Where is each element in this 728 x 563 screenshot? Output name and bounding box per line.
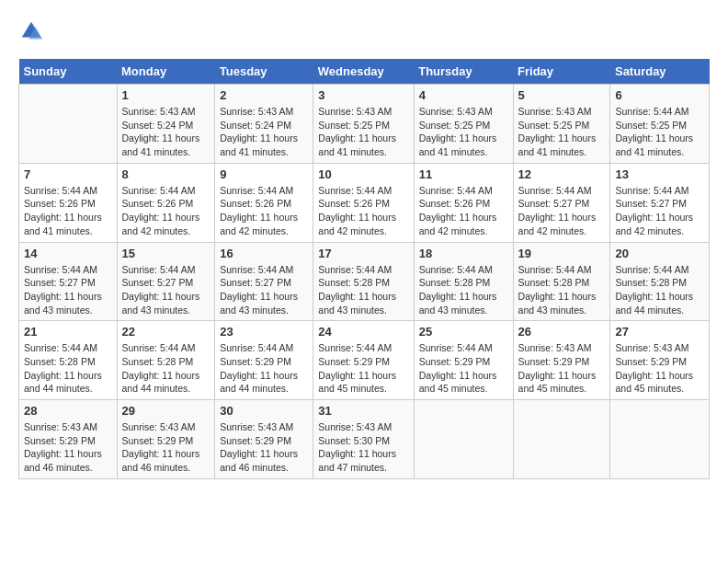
- calendar-cell: [610, 400, 710, 479]
- day-info: Sunrise: 5:44 AMSunset: 5:29 PMDaylight:…: [220, 341, 308, 396]
- calendar-cell: 29Sunrise: 5:43 AMSunset: 5:29 PMDayligh…: [117, 400, 215, 479]
- day-number: 16: [220, 247, 308, 260]
- day-info: Sunrise: 5:44 AMSunset: 5:28 PMDaylight:…: [615, 263, 704, 317]
- day-info: Sunrise: 5:43 AMSunset: 5:29 PMDaylight:…: [24, 420, 112, 475]
- day-info: Sunrise: 5:44 AMSunset: 5:26 PMDaylight:…: [122, 184, 210, 238]
- calendar-cell: [513, 400, 610, 479]
- day-info: Sunrise: 5:43 AMSunset: 5:29 PMDaylight:…: [615, 341, 704, 396]
- calendar-cell: 6Sunrise: 5:44 AMSunset: 5:25 PMDaylight…: [610, 85, 710, 164]
- calendar-cell: 12Sunrise: 5:44 AMSunset: 5:27 PMDayligh…: [513, 163, 610, 242]
- day-number: 13: [615, 167, 704, 181]
- calendar-cell: 28Sunrise: 5:43 AMSunset: 5:29 PMDayligh…: [19, 400, 118, 479]
- calendar-cell: 1Sunrise: 5:43 AMSunset: 5:24 PMDaylight…: [117, 85, 215, 164]
- day-number: 3: [318, 88, 408, 102]
- calendar-week-row: 7Sunrise: 5:44 AMSunset: 5:26 PMDaylight…: [19, 163, 710, 242]
- header-sunday: Sunday: [19, 59, 118, 85]
- calendar-cell: 31Sunrise: 5:43 AMSunset: 5:30 PMDayligh…: [313, 400, 414, 479]
- day-info: Sunrise: 5:44 AMSunset: 5:27 PMDaylight:…: [122, 263, 210, 317]
- day-number: 6: [615, 88, 704, 102]
- calendar-cell: 30Sunrise: 5:43 AMSunset: 5:29 PMDayligh…: [215, 400, 313, 479]
- day-number: 5: [518, 88, 606, 102]
- calendar-cell: 7Sunrise: 5:44 AMSunset: 5:26 PMDaylight…: [19, 163, 118, 242]
- day-number: 31: [318, 404, 408, 418]
- calendar-cell: 22Sunrise: 5:44 AMSunset: 5:28 PMDayligh…: [117, 321, 215, 400]
- calendar-cell: 10Sunrise: 5:44 AMSunset: 5:26 PMDayligh…: [313, 163, 414, 242]
- day-info: Sunrise: 5:44 AMSunset: 5:26 PMDaylight:…: [220, 184, 308, 238]
- header-monday: Monday: [117, 59, 215, 85]
- calendar-week-row: 28Sunrise: 5:43 AMSunset: 5:29 PMDayligh…: [19, 400, 710, 479]
- day-number: 30: [220, 404, 308, 418]
- day-info: Sunrise: 5:43 AMSunset: 5:29 PMDaylight:…: [518, 341, 606, 396]
- day-number: 19: [518, 247, 606, 260]
- calendar-week-row: 1Sunrise: 5:43 AMSunset: 5:24 PMDaylight…: [19, 85, 710, 164]
- calendar-cell: 20Sunrise: 5:44 AMSunset: 5:28 PMDayligh…: [610, 242, 710, 321]
- day-info: Sunrise: 5:44 AMSunset: 5:29 PMDaylight:…: [419, 341, 508, 396]
- calendar-cell: 11Sunrise: 5:44 AMSunset: 5:26 PMDayligh…: [414, 163, 513, 242]
- day-info: Sunrise: 5:43 AMSunset: 5:29 PMDaylight:…: [220, 420, 308, 475]
- day-number: 12: [518, 167, 606, 181]
- day-info: Sunrise: 5:44 AMSunset: 5:29 PMDaylight:…: [318, 341, 408, 396]
- calendar-cell: [19, 85, 118, 164]
- day-info: Sunrise: 5:44 AMSunset: 5:27 PMDaylight:…: [220, 263, 308, 317]
- header-wednesday: Wednesday: [313, 59, 414, 85]
- day-number: 21: [24, 325, 112, 339]
- day-number: 25: [419, 325, 508, 339]
- calendar-header-row: SundayMondayTuesdayWednesdayThursdayFrid…: [19, 59, 710, 85]
- day-number: 14: [24, 247, 112, 260]
- calendar-cell: 9Sunrise: 5:44 AMSunset: 5:26 PMDaylight…: [215, 163, 313, 242]
- header-saturday: Saturday: [610, 59, 710, 85]
- day-number: 11: [419, 167, 508, 181]
- day-info: Sunrise: 5:43 AMSunset: 5:24 PMDaylight:…: [220, 105, 308, 159]
- day-number: 8: [122, 167, 210, 181]
- day-number: 20: [615, 247, 704, 260]
- day-info: Sunrise: 5:43 AMSunset: 5:24 PMDaylight:…: [122, 105, 210, 159]
- calendar-cell: 8Sunrise: 5:44 AMSunset: 5:26 PMDaylight…: [117, 163, 215, 242]
- day-number: 7: [24, 167, 112, 181]
- calendar-cell: 2Sunrise: 5:43 AMSunset: 5:24 PMDaylight…: [215, 85, 313, 164]
- day-info: Sunrise: 5:44 AMSunset: 5:28 PMDaylight:…: [318, 263, 408, 317]
- day-number: 15: [122, 247, 210, 260]
- calendar-cell: 18Sunrise: 5:44 AMSunset: 5:28 PMDayligh…: [414, 242, 513, 321]
- day-info: Sunrise: 5:44 AMSunset: 5:27 PMDaylight:…: [518, 184, 606, 238]
- day-number: 29: [122, 404, 210, 418]
- calendar-cell: 17Sunrise: 5:44 AMSunset: 5:28 PMDayligh…: [313, 242, 414, 321]
- calendar-cell: 15Sunrise: 5:44 AMSunset: 5:27 PMDayligh…: [117, 242, 215, 321]
- day-info: Sunrise: 5:43 AMSunset: 5:29 PMDaylight:…: [122, 420, 210, 475]
- calendar-cell: 26Sunrise: 5:43 AMSunset: 5:29 PMDayligh…: [513, 321, 610, 400]
- day-info: Sunrise: 5:44 AMSunset: 5:28 PMDaylight:…: [419, 263, 508, 317]
- calendar-week-row: 21Sunrise: 5:44 AMSunset: 5:28 PMDayligh…: [19, 321, 710, 400]
- day-number: 2: [220, 88, 308, 102]
- calendar-cell: 13Sunrise: 5:44 AMSunset: 5:27 PMDayligh…: [610, 163, 710, 242]
- day-number: 10: [318, 167, 408, 181]
- header-thursday: Thursday: [414, 59, 513, 85]
- calendar-cell: 19Sunrise: 5:44 AMSunset: 5:28 PMDayligh…: [513, 242, 610, 321]
- calendar-table: SundayMondayTuesdayWednesdayThursdayFrid…: [18, 59, 710, 479]
- day-number: 9: [220, 167, 308, 181]
- day-info: Sunrise: 5:44 AMSunset: 5:27 PMDaylight:…: [615, 184, 704, 238]
- day-number: 1: [122, 88, 210, 102]
- day-info: Sunrise: 5:44 AMSunset: 5:27 PMDaylight:…: [24, 263, 112, 317]
- day-number: 24: [318, 325, 408, 339]
- logo: [18, 18, 48, 44]
- calendar-cell: [414, 400, 513, 479]
- calendar-cell: 27Sunrise: 5:43 AMSunset: 5:29 PMDayligh…: [610, 321, 710, 400]
- calendar-cell: 23Sunrise: 5:44 AMSunset: 5:29 PMDayligh…: [215, 321, 313, 400]
- day-number: 27: [615, 325, 704, 339]
- day-number: 26: [518, 325, 606, 339]
- day-info: Sunrise: 5:44 AMSunset: 5:28 PMDaylight:…: [24, 341, 112, 396]
- day-info: Sunrise: 5:44 AMSunset: 5:26 PMDaylight:…: [24, 184, 112, 238]
- day-number: 22: [122, 325, 210, 339]
- day-info: Sunrise: 5:43 AMSunset: 5:25 PMDaylight:…: [518, 105, 606, 159]
- calendar-week-row: 14Sunrise: 5:44 AMSunset: 5:27 PMDayligh…: [19, 242, 710, 321]
- calendar-cell: 21Sunrise: 5:44 AMSunset: 5:28 PMDayligh…: [19, 321, 118, 400]
- day-info: Sunrise: 5:44 AMSunset: 5:28 PMDaylight:…: [518, 263, 606, 317]
- day-number: 4: [419, 88, 508, 102]
- day-number: 28: [24, 404, 112, 418]
- day-info: Sunrise: 5:44 AMSunset: 5:26 PMDaylight:…: [419, 184, 508, 238]
- day-number: 17: [318, 247, 408, 260]
- header-friday: Friday: [513, 59, 610, 85]
- day-info: Sunrise: 5:43 AMSunset: 5:25 PMDaylight:…: [318, 105, 408, 159]
- page-header: [18, 18, 710, 44]
- day-info: Sunrise: 5:43 AMSunset: 5:25 PMDaylight:…: [419, 105, 508, 159]
- calendar-cell: 24Sunrise: 5:44 AMSunset: 5:29 PMDayligh…: [313, 321, 414, 400]
